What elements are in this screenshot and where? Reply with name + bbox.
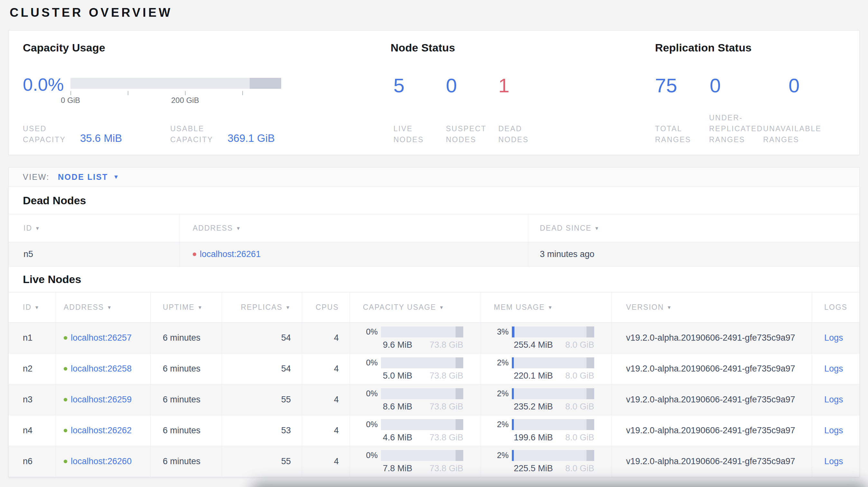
live-col-header-capacity-usage[interactable]: CAPACITY USAGE ▼ [350, 292, 480, 322]
live-col-header-logs: LOGS [812, 292, 859, 322]
usable-capacity-label: USABLE CAPACITY [170, 123, 219, 145]
live-col-header-id[interactable]: ID ▼ [9, 292, 56, 322]
used-capacity-label: USED CAPACITY [23, 123, 72, 145]
uptime-value: 6 minutes [150, 354, 222, 384]
replicas-value: 55 [222, 384, 302, 415]
uptime-value: 6 minutes [150, 446, 222, 477]
node-list-dropdown[interactable]: NODE LIST ▼ [58, 172, 119, 182]
capacity-bar-track [70, 78, 281, 89]
live-col-header-version[interactable]: VERSION ▼ [612, 292, 812, 322]
dead-col-header-dead-since[interactable]: DEAD SINCE ▼ [528, 214, 859, 242]
mem-used-value: 235.2 MiB [514, 402, 553, 412]
dead-col-header-address[interactable]: ADDRESS ▼ [180, 214, 528, 242]
unavailable-ranges-count: 0 [788, 75, 845, 96]
mem-total-value: 8.0 GiB [565, 463, 594, 473]
mem-usage-cell: 2% 220.1 MiB 8.0 GiB [480, 354, 612, 384]
node-id: n3 [9, 384, 56, 415]
node-address-link[interactable]: localhost:26260 [71, 456, 132, 466]
replicas-value: 55 [222, 446, 302, 477]
node-address-link[interactable]: localhost:26261 [200, 249, 260, 259]
mem-bar [512, 419, 594, 430]
view-bar: VIEW: NODE LIST ▼ [8, 167, 860, 187]
capacity-bar [381, 357, 463, 368]
page-title: CLUSTER OVERVIEW [10, 5, 860, 20]
mem-total-value: 8.0 GiB [565, 402, 594, 412]
cpus-value: 4 [302, 323, 350, 353]
mem-percent: 2% [481, 420, 512, 429]
logs-link[interactable]: Logs [824, 333, 843, 343]
capacity-used-value: 8.6 MiB [383, 402, 412, 412]
replicas-value: 54 [222, 323, 302, 353]
node-id: n4 [9, 415, 56, 446]
logs-link[interactable]: Logs [824, 456, 843, 466]
replicas-value: 53 [222, 415, 302, 446]
cpus-value: 4 [302, 354, 350, 384]
version-value: v19.2.0-alpha.20190606-2491-gfe735c9a97 [612, 354, 812, 384]
node-id: n2 [9, 354, 56, 384]
dead-nodes-count: 1 [495, 75, 548, 96]
capacity-bar-reserved-segment [456, 450, 463, 461]
table-row: n6 localhost:26260 6 minutes 55 4 0% [9, 446, 859, 477]
table-row: n5 localhost:26261 3 minutes ago [9, 242, 859, 267]
nodes-card: Dead Nodes ID ▼ ADDRESS ▼ DEAD SINCE ▼ n… [8, 187, 860, 477]
capacity-bar-reserved-segment [456, 388, 463, 399]
suspect-nodes-count: 0 [443, 75, 495, 96]
capacity-bar-reserved-segment [456, 326, 463, 337]
replication-status-panel: Replication Status 75 0 0 TOTAL RANGES U… [655, 41, 845, 145]
live-col-header-address[interactable]: ADDRESS ▼ [56, 292, 150, 322]
sort-arrow-icon: ▼ [285, 304, 291, 310]
uptime-value: 6 minutes [150, 415, 222, 446]
live-nodes-heading: Live Nodes [23, 273, 845, 286]
mem-total-value: 8.0 GiB [565, 340, 594, 350]
live-col-header-mem-usage[interactable]: MEM USAGE ▼ [480, 292, 612, 322]
mem-percent: 3% [481, 327, 512, 336]
cpus-value: 4 [302, 384, 350, 415]
live-status-dot-icon [64, 460, 67, 463]
live-col-header-uptime[interactable]: UPTIME ▼ [150, 292, 222, 322]
replication-status-heading: Replication Status [655, 41, 845, 54]
capacity-total-value: 73.8 GiB [430, 402, 463, 412]
logs-link[interactable]: Logs [824, 426, 843, 435]
total-ranges-label: TOTAL RANGES [655, 123, 709, 145]
live-status-dot-icon [64, 367, 67, 370]
sort-arrow-icon: ▼ [594, 226, 600, 231]
live-nodes-label: LIVE NODES [391, 123, 443, 145]
mem-total-value: 8.0 GiB [565, 433, 594, 442]
dead-col-header-id[interactable]: ID ▼ [9, 214, 180, 242]
mem-bar [512, 388, 594, 399]
mem-bar [512, 357, 594, 368]
dead-since-value: 3 minutes ago [528, 242, 859, 266]
mem-bar-reserved-segment [587, 326, 594, 337]
window-edge-shadow [251, 483, 868, 487]
axis-label-start: 0 GiB [61, 96, 80, 105]
sort-arrow-icon: ▼ [197, 304, 203, 310]
mem-used-value: 199.6 MiB [514, 433, 553, 442]
node-address-link[interactable]: localhost:26258 [71, 364, 132, 374]
logs-link[interactable]: Logs [824, 395, 843, 404]
live-status-dot-icon [64, 398, 67, 401]
usable-capacity-value: 369.1 GiB [227, 132, 275, 145]
node-address-link[interactable]: localhost:26259 [71, 395, 132, 404]
mem-usage-cell: 2% 235.2 MiB 8.0 GiB [480, 384, 612, 415]
capacity-percent: 0% [350, 420, 381, 429]
node-address-link[interactable]: localhost:26262 [71, 426, 132, 435]
node-id: n6 [9, 446, 56, 477]
capacity-bar [381, 419, 463, 430]
live-col-header-replicas[interactable]: REPLICAS ▼ [222, 292, 302, 322]
table-row: n2 localhost:26258 6 minutes 54 4 0% [9, 354, 859, 384]
usable-capacity-stat: USABLE CAPACITY 369.1 GiB [170, 123, 275, 145]
node-address-link[interactable]: localhost:26257 [71, 333, 132, 343]
logs-link[interactable]: Logs [824, 364, 843, 374]
sort-arrow-icon: ▼ [667, 304, 672, 310]
node-id: n5 [9, 242, 180, 266]
node-status-heading: Node Status [391, 41, 655, 54]
capacity-usage-panel: Capacity Usage 0.0% 0 GiB 200 GiB [23, 41, 391, 145]
chevron-down-icon: ▼ [113, 174, 119, 181]
capacity-total-value: 73.8 GiB [430, 463, 463, 473]
mem-usage-cell: 2% 199.6 MiB 8.0 GiB [480, 415, 612, 446]
uptime-value: 6 minutes [150, 384, 222, 415]
capacity-axis-labels: 0 GiB 200 GiB [70, 96, 281, 105]
version-value: v19.2.0-alpha.20190606-2491-gfe735c9a97 [612, 446, 812, 477]
cluster-overview-page: CLUSTER OVERVIEW Capacity Usage 0.0% [0, 5, 868, 477]
capacity-used-percent: 0.0% [23, 75, 70, 94]
